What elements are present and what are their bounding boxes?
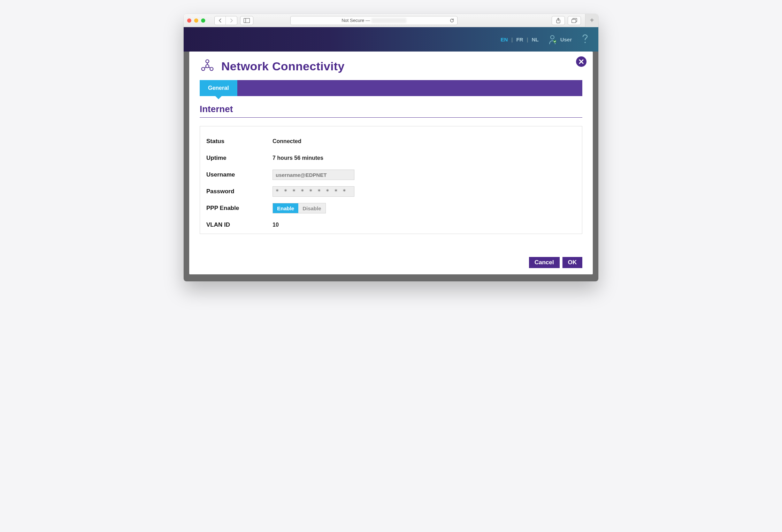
lang-nl[interactable]: NL (532, 37, 539, 42)
svg-line-14 (209, 67, 210, 68)
label-ppp-enable: PPP Enable (206, 205, 273, 212)
traffic-lights (187, 18, 205, 23)
help-icon[interactable] (582, 34, 589, 45)
chrome-right-tools (552, 16, 581, 25)
window-zoom-dot[interactable] (201, 18, 205, 23)
url-host-blurred (371, 18, 406, 23)
url-bar[interactable]: Not Secure — (290, 16, 458, 25)
close-icon[interactable] (576, 56, 586, 67)
modal-actions: Cancel OK (529, 257, 582, 268)
reload-icon[interactable] (450, 18, 454, 23)
svg-point-10 (210, 68, 213, 71)
section-title-internet: Internet (200, 100, 582, 118)
sidebar-toggle-button[interactable] (240, 16, 253, 25)
user-icon (549, 34, 557, 44)
network-icon (200, 58, 215, 74)
share-group (552, 16, 565, 25)
row-username: Username (206, 167, 576, 182)
share-button[interactable] (552, 16, 565, 25)
user-chip[interactable]: User (549, 34, 572, 44)
svg-rect-4 (572, 19, 576, 23)
tab-label: General (208, 85, 229, 91)
settings-panel: Status Connected Uptime 7 hours 56 minut… (200, 126, 582, 234)
lang-fr[interactable]: FR (516, 37, 523, 42)
security-indicator: Not Secure — (342, 18, 370, 23)
modal-header: Network Connectivity (200, 58, 582, 80)
page-viewport: EN | FR | NL User (184, 27, 598, 281)
user-label: User (560, 37, 572, 42)
language-switcher: EN | FR | NL (500, 37, 538, 42)
tab-general[interactable]: General (200, 80, 237, 96)
svg-point-11 (206, 65, 209, 68)
browser-chrome: Not Secure — + (184, 14, 598, 27)
window-minimize-dot[interactable] (194, 18, 198, 23)
svg-point-8 (206, 60, 209, 63)
tab-bar: General (200, 80, 582, 96)
app-header: EN | FR | NL User (184, 27, 598, 52)
page-title: Network Connectivity (221, 60, 345, 73)
password-input[interactable] (273, 186, 354, 197)
svg-line-13 (205, 67, 206, 68)
ppp-enable-off[interactable]: Disable (298, 203, 325, 213)
row-vlan-id: VLAN ID 10 (206, 218, 576, 232)
window-close-dot[interactable] (187, 18, 191, 23)
label-password: Password (206, 188, 273, 195)
ok-button[interactable]: OK (562, 257, 583, 268)
modal-network-connectivity: Network Connectivity General Internet St… (189, 52, 593, 274)
sidebar-toggle-group (240, 16, 253, 25)
row-uptime: Uptime 7 hours 56 minutes (206, 151, 576, 165)
browser-window: Not Secure — + EN | (184, 14, 598, 281)
tabs-overview-button[interactable] (568, 16, 581, 25)
ppp-enable-on[interactable]: Enable (273, 203, 298, 213)
back-button[interactable] (215, 16, 226, 25)
label-username: Username (206, 171, 273, 178)
lang-en[interactable]: EN (500, 37, 508, 42)
new-tab-button[interactable]: + (585, 14, 598, 27)
tabs-overview-group (568, 16, 581, 25)
cancel-button[interactable]: Cancel (529, 257, 560, 268)
forward-button[interactable] (226, 16, 237, 25)
label-uptime: Uptime (206, 155, 273, 162)
label-vlan-id: VLAN ID (206, 221, 273, 228)
svg-rect-0 (244, 18, 250, 23)
svg-point-5 (551, 36, 554, 39)
nav-buttons (214, 16, 237, 25)
value-vlan-id: 10 (273, 222, 279, 228)
svg-point-9 (202, 68, 205, 71)
row-password: Password (206, 184, 576, 199)
row-ppp-enable: PPP Enable Enable Disable (206, 201, 576, 216)
svg-point-7 (584, 42, 586, 43)
value-status: Connected (273, 138, 301, 144)
row-status: Status Connected (206, 134, 576, 149)
username-input[interactable] (273, 170, 354, 180)
label-status: Status (206, 138, 273, 145)
ppp-enable-toggle: Enable Disable (273, 203, 326, 213)
value-uptime: 7 hours 56 minutes (273, 155, 323, 161)
